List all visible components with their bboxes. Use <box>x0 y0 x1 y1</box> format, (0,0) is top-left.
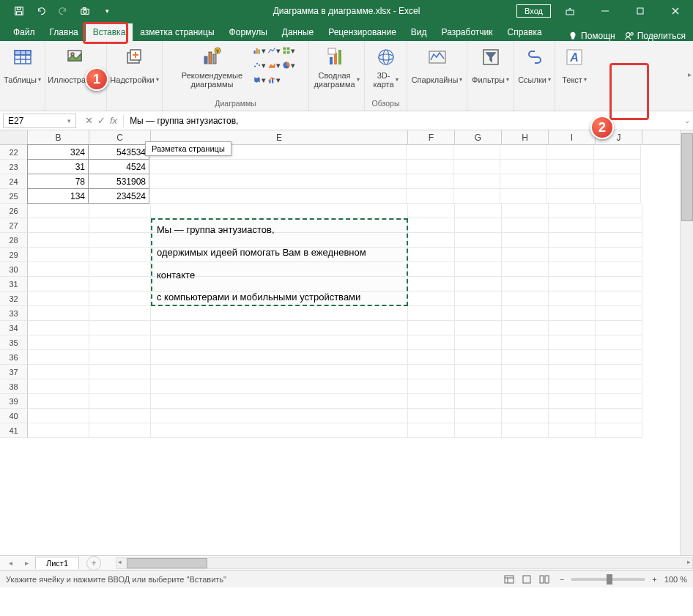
cell[interactable] <box>549 204 596 218</box>
cell[interactable]: 78 <box>27 174 89 189</box>
save-icon[interactable] <box>11 3 27 19</box>
cell[interactable] <box>89 379 151 394</box>
column-header[interactable]: I <box>549 130 596 144</box>
tell-me-icon[interactable]: Помощн <box>568 31 615 41</box>
cell[interactable]: 234524 <box>88 188 149 204</box>
enter-formula-icon[interactable]: ✓ <box>97 115 105 126</box>
cell[interactable] <box>28 262 89 277</box>
cell[interactable] <box>28 423 89 438</box>
qat-customize-icon[interactable]: ▾ <box>99 3 115 19</box>
column-header[interactable]: B <box>28 130 89 144</box>
cell[interactable] <box>28 394 89 409</box>
area-chart-icon[interactable]: ▾ <box>267 59 281 72</box>
cell[interactable] <box>547 145 594 160</box>
tab-help[interactable]: Справка <box>500 23 549 41</box>
cell[interactable] <box>28 335 89 350</box>
cell[interactable] <box>547 189 594 204</box>
horizontal-scrollbar-thumb[interactable] <box>127 558 207 568</box>
cell[interactable] <box>549 218 596 233</box>
add-sheet-button[interactable]: + <box>86 556 101 571</box>
cell[interactable] <box>149 189 407 204</box>
cell[interactable] <box>89 306 151 321</box>
cell[interactable] <box>151 423 408 438</box>
cell[interactable] <box>500 174 547 189</box>
cell[interactable] <box>408 423 455 438</box>
cell[interactable] <box>596 204 642 218</box>
minimize-icon[interactable] <box>589 0 621 22</box>
row-header[interactable]: 22 <box>0 145 28 160</box>
row-header[interactable]: 23 <box>0 160 28 174</box>
cell[interactable] <box>28 277 89 292</box>
cell[interactable] <box>408 262 455 277</box>
cell[interactable] <box>151 409 408 423</box>
cell[interactable] <box>408 409 455 423</box>
cell[interactable] <box>596 321 642 335</box>
cell[interactable] <box>594 160 641 174</box>
zoom-slider[interactable] <box>571 578 645 581</box>
ribbon-scroll-right[interactable]: ▸ <box>688 70 692 78</box>
redo-icon[interactable] <box>55 3 71 19</box>
cell[interactable] <box>549 409 596 423</box>
cell[interactable] <box>408 277 455 292</box>
cell[interactable] <box>547 160 594 174</box>
cell[interactable] <box>151 292 408 306</box>
tab-review[interactable]: Рецензирование <box>321 23 404 41</box>
cell[interactable] <box>407 160 453 174</box>
column-header[interactable]: G <box>455 130 502 144</box>
normal-view-icon[interactable] <box>501 573 517 586</box>
cell[interactable] <box>28 321 89 335</box>
cell[interactable] <box>28 409 89 423</box>
cell[interactable] <box>596 423 642 438</box>
cell[interactable] <box>151 335 408 350</box>
cell[interactable] <box>89 204 151 218</box>
cell[interactable] <box>28 292 89 306</box>
cell[interactable] <box>500 160 547 174</box>
maps-chart-icon[interactable]: ▾ <box>253 73 266 86</box>
cell[interactable] <box>596 218 642 233</box>
cell[interactable] <box>455 277 502 292</box>
cell[interactable] <box>89 409 151 423</box>
cell[interactable] <box>502 365 549 379</box>
row-header[interactable]: 31 <box>0 277 28 292</box>
cell[interactable] <box>596 379 642 394</box>
cell[interactable] <box>549 292 596 306</box>
cell[interactable] <box>28 204 89 218</box>
bar-chart-icon[interactable]: ▾ <box>253 44 266 57</box>
cell[interactable] <box>549 423 596 438</box>
row-header[interactable]: 41 <box>0 423 28 438</box>
cell[interactable] <box>455 204 502 218</box>
cell[interactable] <box>151 394 408 409</box>
maximize-icon[interactable] <box>624 0 656 22</box>
cell[interactable]: 134 <box>27 188 89 204</box>
cell[interactable] <box>500 189 547 204</box>
cell[interactable] <box>453 145 500 160</box>
cell[interactable] <box>502 335 549 350</box>
cell[interactable] <box>408 204 455 218</box>
cell[interactable] <box>149 160 407 174</box>
fx-icon[interactable]: fx <box>110 115 117 126</box>
sheet-nav-prev-icon[interactable]: ◂ <box>3 557 18 570</box>
cell[interactable] <box>455 409 502 423</box>
cell[interactable] <box>502 262 549 277</box>
cell[interactable] <box>151 365 408 379</box>
cell[interactable] <box>455 350 502 365</box>
cell[interactable] <box>549 335 596 350</box>
cell[interactable] <box>28 365 89 379</box>
cell[interactable] <box>151 321 408 335</box>
cell[interactable] <box>596 409 642 423</box>
cell[interactable] <box>455 233 502 248</box>
select-all-corner[interactable] <box>0 130 28 144</box>
name-box[interactable]: E27▾ <box>3 114 76 128</box>
cell[interactable] <box>151 277 408 292</box>
row-header[interactable]: 37 <box>0 365 28 379</box>
cell[interactable] <box>502 233 549 248</box>
row-header[interactable]: 39 <box>0 394 28 409</box>
cell[interactable] <box>455 306 502 321</box>
tab-insert[interactable]: Вставка <box>86 23 133 41</box>
recommended-charts-button[interactable]: ? Рекомендуемые диаграммы <box>177 44 248 91</box>
zoom-level[interactable]: 100 % <box>664 575 687 584</box>
row-header[interactable]: 28 <box>0 233 28 248</box>
cell[interactable] <box>408 292 455 306</box>
share-button[interactable]: Поделиться <box>624 31 686 41</box>
combo-chart-icon[interactable]: ▾ <box>267 73 281 86</box>
